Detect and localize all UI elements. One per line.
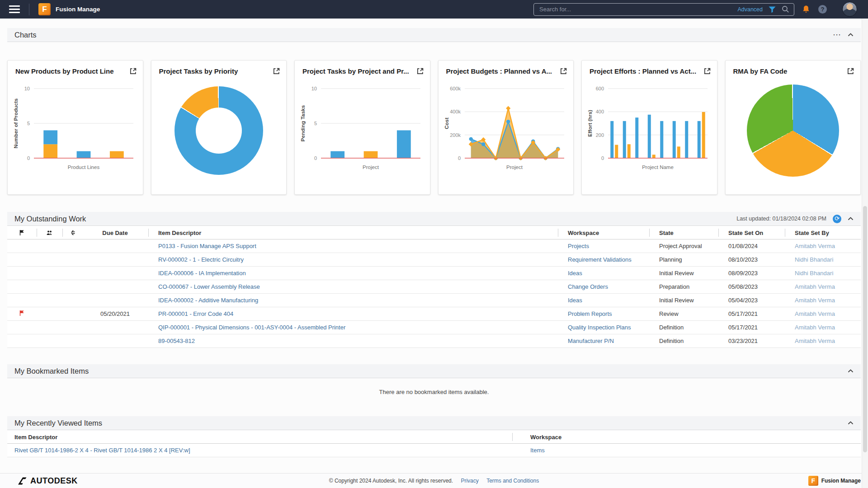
- donut-chart: [175, 86, 263, 175]
- flag-column-header[interactable]: [7, 226, 37, 239]
- advanced-search-link[interactable]: Advanced: [737, 6, 763, 13]
- workspace-link[interactable]: Ideas: [568, 297, 582, 304]
- workspace-link[interactable]: Requirement Validations: [568, 256, 632, 263]
- state-set-by-link[interactable]: Amitabh Verma: [795, 243, 835, 249]
- open-chart-icon[interactable]: [560, 68, 567, 76]
- recent-workspace-link[interactable]: Items: [530, 447, 545, 454]
- workspace-link[interactable]: Quality Inspection Plans: [568, 324, 631, 331]
- menu-icon[interactable]: [9, 5, 20, 13]
- collapse-bookmarked-chevron-up-icon[interactable]: [848, 369, 854, 373]
- row-item-cell: RV-000002 - 1 - Electric Circuitry: [148, 256, 558, 263]
- recent-item-link[interactable]: Rivet GB/T 1014-1986-2 X 4 - Rivet GB/T …: [14, 447, 190, 454]
- help-icon[interactable]: ?: [818, 5, 827, 14]
- row-state-set-on: 05/08/2023: [718, 283, 785, 290]
- item-descriptor-link[interactable]: 89-00543-812: [158, 338, 195, 344]
- row-state: Initial Review: [649, 270, 718, 277]
- item-descriptor-link[interactable]: PR-000001 - Error Code 404: [158, 310, 233, 317]
- item-descriptor-link[interactable]: CO-000067 - Lower Assembly Release: [158, 283, 260, 290]
- group-column-header[interactable]: [37, 226, 62, 239]
- charts-section-header: Charts ⋯: [7, 28, 861, 42]
- svg-text:0: 0: [27, 155, 30, 161]
- chart-title: Project Tasks by Priority: [159, 67, 270, 75]
- chart-card-header: RMA by FA Code: [726, 61, 861, 76]
- row-item-cell: PR-000001 - Error Code 404: [148, 310, 558, 317]
- privacy-link[interactable]: Privacy: [461, 478, 478, 484]
- row-state-set-on: 01/08/2024: [718, 243, 785, 249]
- pie-chart: [747, 84, 839, 177]
- row-item-cell: IDEA-000006 - IA Implementation: [148, 270, 558, 277]
- state-set-by-link[interactable]: Amitabh Verma: [795, 338, 835, 344]
- terms-link[interactable]: Terms and Conditions: [486, 478, 539, 484]
- open-chart-icon[interactable]: [704, 68, 711, 76]
- open-chart-icon[interactable]: [847, 68, 854, 76]
- scrollbar-thumb[interactable]: [863, 206, 867, 452]
- chart-title: RMA by FA Code: [733, 67, 844, 75]
- state-set-by-link[interactable]: Amitabh Verma: [795, 324, 835, 331]
- svg-text:5: 5: [314, 121, 317, 126]
- svg-text:600: 600: [596, 86, 604, 91]
- state-set-by-link[interactable]: Amitabh Verma: [795, 297, 835, 304]
- search-box[interactable]: Advanced: [533, 3, 794, 16]
- search-input[interactable]: [539, 6, 734, 13]
- item-descriptor-column-header[interactable]: Item Descriptor: [148, 226, 558, 239]
- collapse-recent-chevron-up-icon[interactable]: [848, 421, 854, 425]
- item-descriptor-link[interactable]: RV-000002 - 1 - Electric Circuitry: [158, 256, 244, 263]
- item-descriptor-link[interactable]: IDEA-000002 - Additive Manufacturing: [158, 297, 258, 304]
- workspace-column-header[interactable]: Workspace: [558, 226, 649, 239]
- refresh-icon[interactable]: ⟳: [833, 215, 841, 223]
- state-set-by-column-header[interactable]: State Set By: [785, 226, 861, 239]
- item-descriptor-link[interactable]: QIP-000001 - Physical Dimensions - 001-A…: [158, 324, 345, 331]
- more-options-icon[interactable]: ⋯: [833, 33, 841, 37]
- notifications-bell-icon[interactable]: [802, 5, 810, 14]
- state-set-by-link[interactable]: Nidhi Bhandari: [795, 270, 833, 277]
- last-updated-text: Last updated: 01/18/2024 02:08 PM: [736, 216, 826, 222]
- autodesk-mark-icon: [18, 477, 27, 485]
- collapse-charts-chevron-up-icon[interactable]: [848, 33, 854, 37]
- row-flag-cell: [7, 310, 37, 318]
- due-date-column-header[interactable]: Due Date: [82, 226, 148, 239]
- svg-text:200: 200: [596, 132, 604, 138]
- workspace-link[interactable]: Manufacturer P/N: [568, 338, 614, 344]
- user-avatar[interactable]: [842, 2, 857, 17]
- collapse-outstanding-chevron-up-icon[interactable]: [848, 217, 854, 221]
- row-state: Initial Review: [649, 297, 718, 304]
- state-set-by-link[interactable]: Amitabh Verma: [795, 283, 835, 290]
- workspace-link[interactable]: Problem Reports: [568, 310, 612, 317]
- item-descriptor-link[interactable]: IDEA-000006 - IA Implementation: [158, 270, 246, 277]
- row-state: Definition: [649, 324, 718, 331]
- svg-text:Effort (hrs): Effort (hrs): [587, 110, 593, 137]
- chart-card: Project Tasks by Priority: [151, 60, 287, 195]
- app-title: Fusion Manage: [56, 6, 100, 13]
- row-state: Definition: [649, 338, 718, 344]
- row-item-cell: P0133 - Fusion Manage APS Support: [148, 243, 558, 249]
- fusion-manage-logo-icon[interactable]: F: [38, 3, 51, 15]
- open-chart-icon[interactable]: [130, 68, 137, 76]
- state-column-header[interactable]: State: [649, 226, 718, 239]
- outstanding-table-header: Due Date Item Descriptor Workspace State…: [7, 226, 861, 239]
- row-state-set-by-cell: Amitabh Verma: [785, 283, 861, 290]
- page-scrollbar[interactable]: [862, 19, 868, 488]
- svg-text:10: 10: [311, 86, 317, 91]
- workspace-link[interactable]: Ideas: [568, 270, 582, 277]
- open-chart-icon[interactable]: [417, 68, 424, 76]
- state-set-by-link[interactable]: Nidhi Bhandari: [795, 256, 833, 263]
- row-state-set-by-cell: Amitabh Verma: [785, 324, 861, 331]
- workspace-link[interactable]: Projects: [568, 243, 589, 249]
- state-set-by-link[interactable]: Amitabh Verma: [795, 310, 835, 317]
- item-descriptor-link[interactable]: P0133 - Fusion Manage APS Support: [158, 243, 256, 249]
- workspace-link[interactable]: Change Orders: [568, 283, 608, 290]
- fusion-manage-badge-icon: F: [808, 476, 818, 486]
- donut-hole: [196, 108, 242, 154]
- autodesk-logo: AUTODESK: [18, 476, 78, 486]
- table-row: Rivet GB/T 1014-1986-2 X 4 - Rivet GB/T …: [7, 444, 861, 457]
- row-state-set-by-cell: Amitabh Verma: [785, 243, 861, 249]
- workflow-state-column-header[interactable]: [62, 226, 82, 239]
- chart-canvas: 0200k400k600kCostProject: [439, 76, 574, 185]
- search-icon[interactable]: [782, 5, 789, 13]
- recent-item-descriptor-column-header[interactable]: Item Descriptor: [7, 430, 512, 444]
- open-chart-icon[interactable]: [273, 68, 280, 76]
- filter-icon[interactable]: [768, 6, 776, 13]
- state-set-on-column-header[interactable]: State Set On: [718, 226, 785, 239]
- row-state-set-on: 05/17/2021: [718, 324, 785, 331]
- recent-workspace-column-header[interactable]: Workspace: [512, 430, 861, 444]
